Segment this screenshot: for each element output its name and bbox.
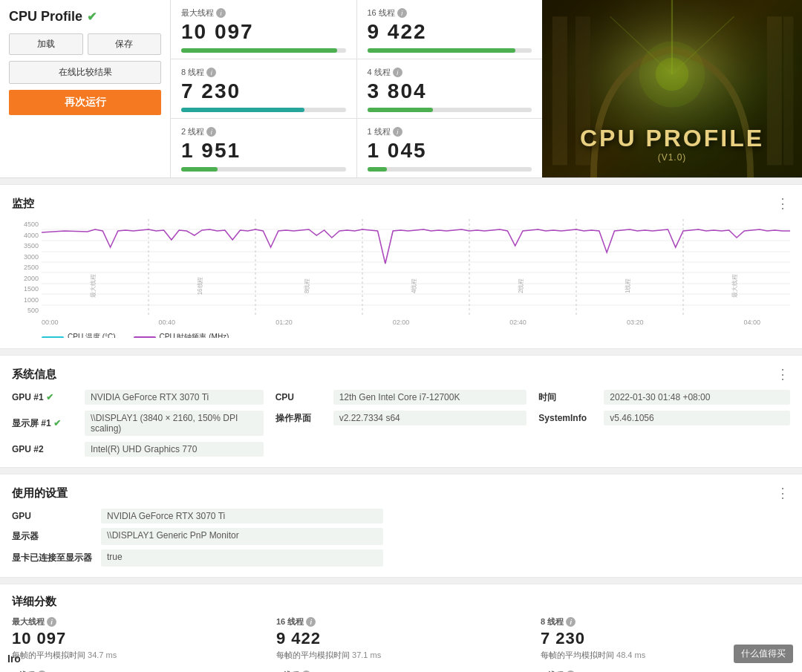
sys-col-1: GPU #1 ✔ NVIDIA GeForce RTX 3070 Ti 显示屏 … <box>12 390 264 457</box>
monitor-section: 监控 ⋮ 4500 4000 3500 3000 2500 2000 1500 … <box>0 184 802 349</box>
sys-col-2: CPU 12th Gen Intel Core i7-12700K 操作界面 v… <box>276 390 527 457</box>
score-bar-4 <box>368 108 532 112</box>
score-cell-1: 1 线程 i 1 045 <box>357 119 543 177</box>
info-icon-max[interactable]: i <box>216 8 226 18</box>
hero-sub-title: (V1.0) <box>580 152 764 163</box>
save-button[interactable]: 保存 <box>88 33 162 55</box>
score-bar-8 <box>181 108 346 112</box>
score-cell-4: 4 线程 i 3 804 <box>357 59 543 118</box>
score-bar-fill-16 <box>368 48 515 53</box>
legend-clock-label: CPU 时钟频率 (MHz) <box>160 332 229 338</box>
system-info-section: 系统信息 ⋮ GPU #1 ✔ NVIDIA GeForce RTX 3070 … <box>0 355 802 468</box>
sys-info-grid: GPU #1 ✔ NVIDIA GeForce RTX 3070 Ti 显示屏 … <box>12 390 790 457</box>
status-check-icon: ✔ <box>87 10 97 24</box>
sys-key-ui: 操作界面 <box>276 412 327 425</box>
sys-row-ui: 操作界面 v2.22.7334 s64 <box>276 411 527 425</box>
score-bar-fill-2 <box>181 167 218 172</box>
legend-temp-label: CPU 温度 (°C) <box>68 332 116 338</box>
detail-label-8: 8 线程 i <box>541 616 790 627</box>
info-icon-8[interactable]: i <box>206 68 216 77</box>
sys-row-display1: 显示屏 #1 ✔ \\DISPLAY1 (3840 × 2160, 150% D… <box>12 411 264 436</box>
score-value-4: 3 804 <box>368 79 532 103</box>
iro-label: Iro <box>7 653 21 665</box>
detail-item-16: 16 线程 i 9 422 每帧的平均模拟时间 37.1 ms <box>276 616 526 661</box>
detail-info-16[interactable]: i <box>306 617 316 627</box>
detail-label-16: 16 线程 i <box>276 616 526 627</box>
monitor-svg: 最大线程 16线程 8线程 4线程 2线程 1线程 最大线程 <box>42 219 790 316</box>
y-axis-labels: 4500 4000 3500 3000 2500 2000 1500 1000 … <box>12 219 42 316</box>
run-again-button[interactable]: 再次运行 <box>9 90 161 115</box>
detail-sub-16: 每帧的平均模拟时间 37.1 ms <box>276 650 526 661</box>
hero-main-title: CPU PROFILE <box>580 125 764 152</box>
svg-text:最大线程: 最大线程 <box>731 274 738 298</box>
detail-title: 详细分数 <box>12 595 56 609</box>
sys-val-time: 2022-01-30 01:48 +08:00 <box>604 390 790 405</box>
score-cell-2: 2 线程 i 1 951 <box>171 119 356 177</box>
info-icon-2[interactable]: i <box>206 127 216 137</box>
set-val-monitor: \\DISPLAY1 Generic PnP Monitor <box>101 528 383 545</box>
sys-title: 系统信息 <box>12 368 56 382</box>
sys-key-gpu2: GPU #2 <box>12 444 79 454</box>
score-label-4: 4 线程 i <box>368 67 532 78</box>
sys-val-gpu2: Intel(R) UHD Graphics 770 <box>85 442 264 457</box>
score-label-max: 最大线程 i <box>181 7 346 19</box>
detail-col-1: 最大线程 i 10 097 每帧的平均模拟时间 34.7 ms 4 线程 i 3… <box>12 616 261 672</box>
detail-col-2: 16 线程 i 9 422 每帧的平均模拟时间 37.1 ms 2 线程 i 1… <box>276 616 526 672</box>
compare-button[interactable]: 在线比较结果 <box>9 61 161 84</box>
sys-menu-icon[interactable]: ⋮ <box>776 366 790 382</box>
chart-legend: CPU 温度 (°C) CPU 时钟频率 (MHz) <box>12 329 790 338</box>
set-key-monitor: 显示器 <box>12 528 101 545</box>
score-bar-max <box>181 48 346 53</box>
hero-image: CPU PROFILE (V1.0) <box>542 0 802 177</box>
info-icon-4[interactable]: i <box>393 68 402 77</box>
monitor-chart-wrapper: 4500 4000 3500 3000 2500 2000 1500 1000 … <box>12 219 790 316</box>
sys-row-gpu1: GPU #1 ✔ NVIDIA GeForce RTX 3070 Ti <box>12 390 264 405</box>
sys-row-time: 时间 2022-01-30 01:48 +08:00 <box>538 390 790 405</box>
set-key-connected: 显卡已连接至显示器 <box>12 549 101 567</box>
legend-temp-color <box>42 336 64 339</box>
sys-val-gpu1: NVIDIA GeForce RTX 3070 Ti <box>85 390 264 405</box>
settings-menu-icon[interactable]: ⋮ <box>776 485 790 501</box>
svg-text:2线程: 2线程 <box>518 278 524 293</box>
score-value-2: 1 951 <box>181 139 346 163</box>
left-panel: CPU Profile ✔ 加载 保存 在线比较结果 再次运行 <box>0 0 171 177</box>
detail-score-max: 10 097 <box>12 629 261 648</box>
score-value-max: 10 097 <box>181 20 346 44</box>
score-bar-fill-max <box>181 48 337 53</box>
score-label-16: 16 线程 i <box>368 7 532 19</box>
score-value-8: 7 230 <box>181 79 346 103</box>
svg-text:1线程: 1线程 <box>625 278 631 293</box>
add-button[interactable]: 加载 <box>9 33 83 55</box>
sys-row-sysinfo: SystemInfo v5.46.1056 <box>538 411 790 425</box>
monitor-chart-area: 4500 4000 3500 3000 2500 2000 1500 1000 … <box>12 219 790 338</box>
detail-section-header: 详细分数 <box>12 595 790 609</box>
svg-text:8线程: 8线程 <box>304 278 310 293</box>
detail-info-max[interactable]: i <box>47 617 56 627</box>
score-label-2: 2 线程 i <box>181 126 346 137</box>
settings-grid: GPU NVIDIA GeForce RTX 3070 Ti 显示器 \\DIS… <box>12 509 383 567</box>
monitor-menu-icon[interactable]: ⋮ <box>776 195 790 212</box>
info-icon-1[interactable]: i <box>393 127 402 137</box>
set-key-gpu: GPU <box>12 509 101 523</box>
score-bar-16 <box>368 48 532 53</box>
monitor-title: 监控 <box>12 197 34 211</box>
info-icon-16[interactable]: i <box>397 8 407 18</box>
sys-val-display1: \\DISPLAY1 (3840 × 2160, 150% DPI scalin… <box>85 411 264 436</box>
score-label-8: 8 线程 i <box>181 67 346 78</box>
detail-info-8[interactable]: i <box>566 617 576 627</box>
svg-rect-2 <box>552 16 567 165</box>
sys-key-sysinfo: SystemInfo <box>538 413 598 423</box>
legend-temp: CPU 温度 (°C) <box>42 332 116 338</box>
set-val-connected: true <box>101 549 383 567</box>
score-bar-fill-1 <box>368 167 388 172</box>
sys-val-cpu: 12th Gen Intel Core i7-12700K <box>333 390 527 405</box>
sys-row-cpu: CPU 12th Gen Intel Core i7-12700K <box>276 390 527 405</box>
detail-sub-max: 每帧的平均模拟时间 34.7 ms <box>12 650 261 661</box>
page-title: CPU Profile ✔ <box>9 9 161 25</box>
sys-val-ui: v2.22.7334 s64 <box>333 411 527 425</box>
detail-label-max: 最大线程 i <box>12 616 261 627</box>
legend-clock: CPU 时钟频率 (MHz) <box>134 332 229 338</box>
score-bar-1 <box>368 167 532 172</box>
sys-row-gpu2: GPU #2 Intel(R) UHD Graphics 770 <box>12 442 264 457</box>
detail-grid: 最大线程 i 10 097 每帧的平均模拟时间 34.7 ms 4 线程 i 3… <box>12 616 790 672</box>
